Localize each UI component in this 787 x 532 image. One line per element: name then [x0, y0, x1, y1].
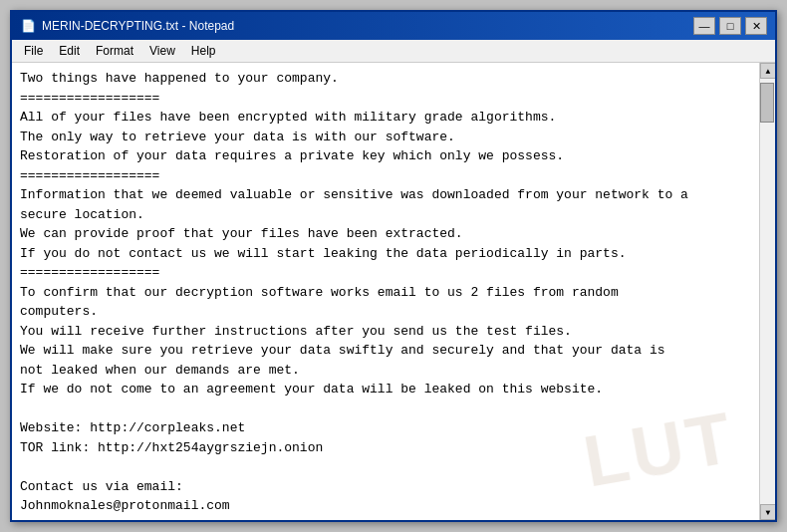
scroll-down-button[interactable]: ▼: [760, 504, 775, 520]
minimize-button[interactable]: —: [693, 17, 715, 35]
maximize-button[interactable]: □: [719, 17, 741, 35]
scrollbar[interactable]: ▲ ▼: [759, 63, 775, 520]
scroll-thumb[interactable]: [760, 83, 774, 123]
menu-view[interactable]: View: [141, 42, 183, 60]
window-controls: — □ ✕: [693, 17, 767, 35]
menu-bar: File Edit Format View Help: [12, 40, 775, 63]
close-button[interactable]: ✕: [745, 17, 767, 35]
title-bar-left: 📄 MERIN-DECRYPTING.txt - Notepad: [20, 18, 234, 34]
menu-help[interactable]: Help: [183, 42, 224, 60]
notepad-window: 📄 MERIN-DECRYPTING.txt - Notepad — □ ✕ F…: [10, 10, 777, 522]
scroll-up-button[interactable]: ▲: [760, 63, 775, 79]
text-content[interactable]: Two things have happened to your company…: [12, 63, 759, 520]
window-title: MERIN-DECRYPTING.txt - Notepad: [42, 19, 234, 33]
content-area: Two things have happened to your company…: [12, 63, 775, 520]
menu-format[interactable]: Format: [88, 42, 141, 60]
menu-edit[interactable]: Edit: [51, 42, 88, 60]
title-bar: 📄 MERIN-DECRYPTING.txt - Notepad — □ ✕: [12, 12, 775, 40]
app-icon: 📄: [20, 18, 36, 34]
scroll-track[interactable]: [760, 79, 775, 504]
menu-file[interactable]: File: [16, 42, 51, 60]
